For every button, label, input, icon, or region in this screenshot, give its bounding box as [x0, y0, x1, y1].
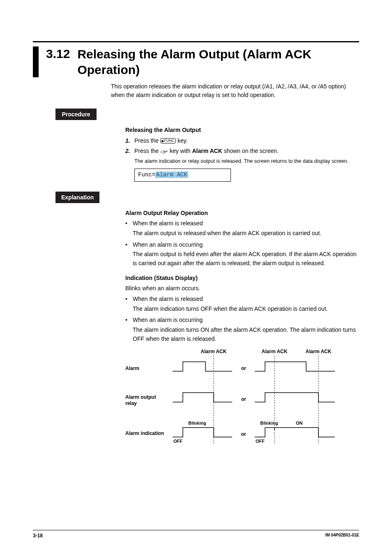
explanation-content: Alarm Output Relay Operation • When the …	[125, 209, 359, 344]
left-enter-key-icon: ◁↵	[160, 149, 168, 154]
row-label: Alarm	[125, 365, 139, 371]
text: key.	[176, 137, 188, 144]
func-key-icon: FUNC	[160, 138, 176, 143]
section-intro: This operation releases the alarm indica…	[111, 82, 359, 99]
page-footer: 3-18 IM 04P02B01-01E	[33, 530, 359, 539]
col-label: Alarm ACK	[201, 349, 227, 354]
bullet-icon: •	[125, 240, 133, 250]
page-number: 3-18	[33, 533, 43, 539]
row-label: relay	[125, 400, 137, 406]
doc-id: IM 04P02B01-01E	[325, 533, 359, 539]
bullet-item: • When the alarm is released	[125, 219, 359, 228]
explanation-label: Explanation	[55, 192, 99, 203]
col-label: Alarm ACK	[262, 349, 288, 354]
procedure-heading: Releasing the Alarm Output	[125, 126, 359, 135]
col-label: Alarm ACK	[306, 349, 332, 354]
or-text: or	[241, 365, 246, 371]
step-number: 1.	[125, 136, 134, 146]
bullet-icon: •	[125, 316, 133, 325]
screen-value: Alarm ACK	[155, 171, 188, 178]
text: Press the	[134, 148, 160, 154]
bullet-head: When an alarm is occurring	[133, 316, 359, 325]
annotation-blinking: Blinking	[188, 421, 206, 426]
procedure-label: Procedure	[55, 109, 97, 120]
explanation-heading-2: Indication (Status Display)	[125, 274, 359, 283]
bullet-body: The alarm output is released when the al…	[133, 229, 359, 238]
bold-text: Alarm ACK	[192, 148, 222, 154]
section-bar	[33, 46, 39, 77]
bullet-head: When an alarm is occurring	[133, 240, 359, 250]
annotation-blinking: Blinking	[260, 421, 278, 426]
bullet-item: • When the alarm is released	[125, 295, 359, 304]
timing-diagram-svg: .lbl { font: bold 12px Arial; } .sm { fo…	[125, 347, 355, 450]
bullet-head: When the alarm is released	[133, 295, 359, 304]
bullet-body: The alarm output is held even after the …	[133, 250, 359, 268]
bullet-item: • When an alarm is occurring	[125, 316, 359, 325]
bullet-body: The alarm indication turns OFF when the …	[133, 305, 359, 314]
screen-display: Func=Alarm ACK	[134, 169, 231, 182]
text: Press the	[134, 137, 160, 144]
bullet-icon: •	[125, 295, 133, 304]
text: shown on the screen.	[222, 148, 279, 154]
annotation-off: OFF	[256, 439, 265, 444]
step-text: Press the FUNC key.	[134, 136, 359, 146]
bullet-item: • When an alarm is occurring	[125, 240, 359, 250]
or-text: or	[241, 396, 246, 402]
step-number: 2.	[125, 147, 134, 156]
annotation-off: OFF	[173, 439, 182, 444]
text: key with	[168, 148, 192, 154]
bullet-head: When the alarm is released	[133, 219, 359, 228]
procedure-content: Releasing the Alarm Output 1. Press the …	[125, 126, 359, 182]
bullet-icon: •	[125, 219, 133, 228]
section-title: Releasing the Alarm Output (Alarm ACK Op…	[77, 46, 359, 77]
timing-diagram: .lbl { font: bold 12px Arial; } .sm { fo…	[125, 347, 359, 450]
step-text: Press the ◁↵ key with Alarm ACK shown on…	[134, 147, 359, 156]
explanation-subtext: Blinks when an alarm occurs.	[125, 284, 359, 293]
key-label: FUNC	[164, 139, 174, 143]
row-label: Alarm output	[125, 394, 156, 400]
section-header: 3.12 Releasing the Alarm Output (Alarm A…	[33, 41, 359, 77]
step-2: 2. Press the ◁↵ key with Alarm ACK shown…	[125, 147, 359, 156]
annotation-on: ON	[296, 421, 303, 426]
bullet-body: The alarm indication turns ON after the …	[133, 326, 359, 343]
or-text: or	[241, 431, 246, 437]
explanation-heading-1: Alarm Output Relay Operation	[125, 209, 359, 218]
screen-prefix: Func=	[138, 171, 155, 178]
section-number: 3.12	[39, 46, 77, 61]
row-label: Alarm indication	[125, 430, 164, 436]
step-1: 1. Press the FUNC key.	[125, 136, 359, 146]
step-note: The alarm indication or relay output is …	[134, 157, 359, 165]
